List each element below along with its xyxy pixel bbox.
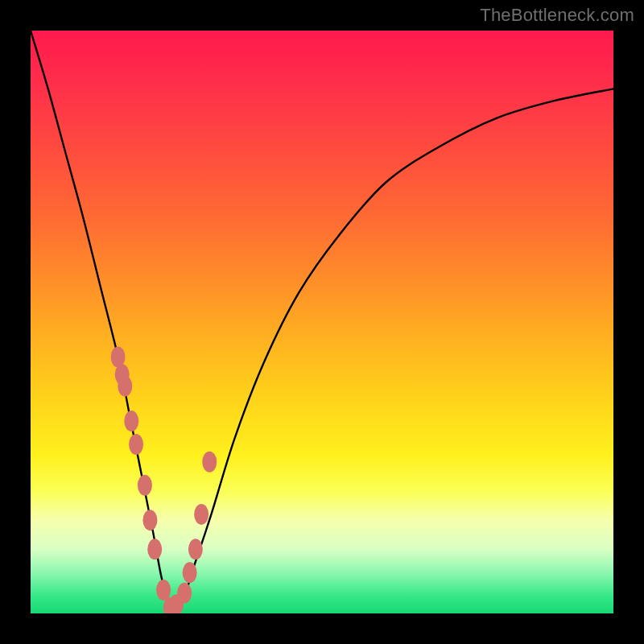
data-marker <box>118 376 132 397</box>
data-marker <box>183 562 197 583</box>
plot-area <box>31 31 613 613</box>
data-marker <box>124 411 138 431</box>
data-marker <box>177 583 192 604</box>
watermark-text: TheBottleneck.com <box>480 5 634 26</box>
data-marker <box>147 539 162 559</box>
data-marker <box>138 475 152 496</box>
data-marker <box>194 504 208 525</box>
data-marker <box>202 452 217 473</box>
bottleneck-curve <box>31 31 613 609</box>
data-marker <box>142 510 157 530</box>
marker-group <box>111 346 217 613</box>
data-marker <box>129 434 143 455</box>
curve-layer <box>31 31 613 613</box>
data-marker <box>188 539 203 559</box>
chart-frame: TheBottleneck.com <box>0 0 644 644</box>
data-marker <box>156 580 171 601</box>
